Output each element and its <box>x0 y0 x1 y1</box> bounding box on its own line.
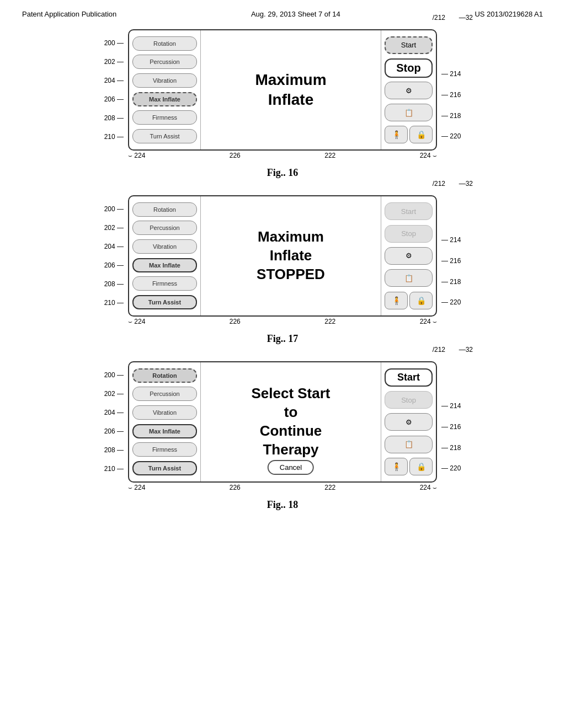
stop-button-greyed[interactable]: Stop <box>385 391 433 409</box>
mode-btn-max-inflate[interactable]: Max Inflate <box>132 258 197 272</box>
left-ref-202: 202 — <box>104 224 124 232</box>
right-ref-216: — 216 <box>441 423 461 431</box>
lock-icon-btn[interactable]: 🔒 <box>409 292 433 309</box>
start-button-active[interactable]: Start <box>385 368 433 387</box>
mode-btn-firmness[interactable]: Firmness <box>132 276 197 291</box>
start-button-dotted[interactable]: Start <box>385 36 433 54</box>
cancel-button[interactable]: Cancel <box>268 460 314 475</box>
brace-row: ⌣ 224 226 222 224 ⌣ <box>128 152 437 163</box>
left-ref-200: 200 — <box>104 371 124 379</box>
left-ref-206: 206 — <box>104 427 124 435</box>
left-ref-208: 208 — <box>104 280 124 288</box>
left-ref-206: 206 — <box>104 95 124 103</box>
icon-btn-2[interactable]: ⚙ <box>385 413 433 431</box>
ref-212: /212 <box>433 14 445 22</box>
mode-btn-max-inflate[interactable]: Max Inflate <box>132 92 197 106</box>
mode-btn-vibration[interactable]: Vibration <box>132 405 197 420</box>
mode-btn-firmness[interactable]: Firmness <box>132 442 197 457</box>
center-text: MaximumInflateSTOPPED <box>257 228 325 283</box>
stop-button-greyed[interactable]: Stop <box>385 225 433 243</box>
icon-btn-2[interactable]: ⚙ <box>385 247 433 265</box>
left-ref-210: 210 — <box>104 133 124 141</box>
right-ref-216: — 216 <box>441 257 461 265</box>
left-col: RotationPercussionVibrationMax InflateFi… <box>129 196 201 315</box>
center-area: MaximumInflate <box>201 30 381 149</box>
right-ref-220: — 220 <box>441 132 461 140</box>
right-ref-col: — 214— 216— 218— 220 <box>441 361 461 483</box>
icon-btn-3[interactable]: 📋 <box>385 269 433 287</box>
person-icon-btn[interactable]: 🧍 <box>385 458 408 475</box>
person-icon-btn[interactable]: 🧍 <box>385 126 408 143</box>
left-ref-208: 208 — <box>104 446 124 454</box>
start-button-greyed[interactable]: Start <box>385 202 433 220</box>
left-ref-204: 204 — <box>104 77 124 84</box>
mode-btn-rotation[interactable]: Rotation <box>132 202 197 217</box>
panel-wrapper-fig18: 200 —202 —204 —206 —208 —210 —/212—32Rot… <box>104 361 461 495</box>
right-ref-214: — 214 <box>441 70 461 78</box>
header-right: US 2013/0219628 A1 <box>475 10 543 18</box>
center-area: MaximumInflateSTOPPED <box>201 196 381 315</box>
right-col: StartStop⚙📋🧍🔒 <box>381 362 436 481</box>
lock-icon-btn[interactable]: 🔒 <box>409 458 433 475</box>
panel-container-fig18: /212—32RotationPercussionVibrationMax In… <box>128 361 437 495</box>
figures-container: 200 —202 —204 —206 —208 —210 —/212—32Rot… <box>0 24 565 522</box>
right-ref-col: — 214— 216— 218— 220 <box>441 195 461 317</box>
mode-btn-turn-assist[interactable]: Turn Assist <box>132 461 197 475</box>
mode-btn-percussion[interactable]: Percussion <box>132 221 197 235</box>
lock-pair: 🧍🔒 <box>385 458 433 475</box>
fig-caption-fig18: Fig.. 18 <box>267 499 299 511</box>
ref-32: —32 <box>459 180 473 188</box>
mode-btn-percussion[interactable]: Percussion <box>132 387 197 401</box>
mode-btn-firmness[interactable]: Firmness <box>132 110 197 125</box>
icon-btn-2[interactable]: ⚙ <box>385 82 433 99</box>
brace-row: ⌣ 224 226 222 224 ⌣ <box>128 318 437 329</box>
person-icon-btn[interactable]: 🧍 <box>385 292 408 309</box>
panel-wrapper-fig16: 200 —202 —204 —206 —208 —210 —/212—32Rot… <box>104 29 461 163</box>
left-ref-204: 204 — <box>104 409 124 416</box>
mode-btn-vibration[interactable]: Vibration <box>132 73 197 88</box>
page-header: Patent Application Publication Aug. 29, … <box>0 0 565 24</box>
fig-label: Fig.. 16 <box>267 167 299 179</box>
ref-212: /212 <box>433 346 445 354</box>
ref-212: /212 <box>433 180 445 188</box>
right-ref-col: — 214— 216— 218— 220 <box>441 29 461 151</box>
brace-224-left: ⌣ 224 <box>128 484 145 491</box>
brace-224-left: ⌣ 224 <box>128 318 145 325</box>
icon-btn-3[interactable]: 📋 <box>385 104 433 121</box>
header-middle: Aug. 29, 2013 Sheet 7 of 14 <box>251 10 340 18</box>
fig-caption-fig17: Fig.. 17 <box>267 333 299 345</box>
ui-panel-fig16: RotationPercussionVibrationMax InflateFi… <box>128 29 437 151</box>
lock-pair: 🧍🔒 <box>385 126 433 143</box>
stop-button-active[interactable]: Stop <box>385 58 433 78</box>
right-ref-218: — 218 <box>441 112 461 120</box>
brace-222: 222 <box>324 484 335 491</box>
left-ref-204: 204 — <box>104 243 124 250</box>
brace-222: 222 <box>324 318 335 325</box>
brace-222: 222 <box>324 152 335 159</box>
mode-btn-vibration[interactable]: Vibration <box>132 239 197 254</box>
mode-btn-rotation[interactable]: Rotation <box>132 368 197 383</box>
left-ref-col: 200 —202 —204 —206 —208 —210 — <box>104 29 124 151</box>
mode-btn-max-inflate[interactable]: Max Inflate <box>132 424 197 438</box>
center-text: Select StarttoContinueTherapy <box>251 384 330 459</box>
left-ref-208: 208 — <box>104 114 124 122</box>
right-ref-218: — 218 <box>441 278 461 286</box>
brace-224-right: 224 ⌣ <box>420 318 437 325</box>
mode-btn-turn-assist[interactable]: Turn Assist <box>132 129 197 143</box>
mode-btn-rotation[interactable]: Rotation <box>132 36 197 51</box>
right-ref-214: — 214 <box>441 236 461 244</box>
fig-caption-fig16: Fig.. 16 <box>267 167 299 179</box>
left-ref-202: 202 — <box>104 390 124 398</box>
left-ref-210: 210 — <box>104 299 124 307</box>
left-ref-206: 206 — <box>104 261 124 269</box>
left-ref-col: 200 —202 —204 —206 —208 —210 — <box>104 195 124 317</box>
center-area: Select StarttoContinueTherapyCancel <box>201 362 381 481</box>
mode-btn-turn-assist[interactable]: Turn Assist <box>132 295 197 309</box>
right-ref-218: — 218 <box>441 444 461 452</box>
fig-label: Fig.. 17 <box>267 333 299 345</box>
icon-btn-3[interactable]: 📋 <box>385 436 433 453</box>
ref-32: —32 <box>459 346 473 354</box>
left-ref-col: 200 —202 —204 —206 —208 —210 — <box>104 361 124 483</box>
lock-icon-btn[interactable]: 🔒 <box>409 126 433 143</box>
mode-btn-percussion[interactable]: Percussion <box>132 55 197 69</box>
